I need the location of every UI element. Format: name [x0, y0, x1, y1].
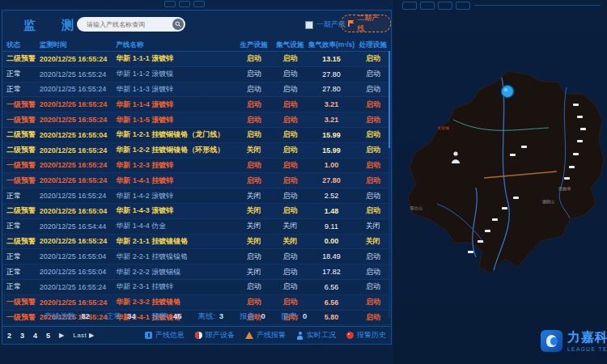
table-row[interactable]: 二级预警2020/12/25 16:55:04华新 1-2-1 挂镀铜镍铬（龙门…: [2, 128, 391, 143]
legend-label: 产线信息: [155, 330, 185, 341]
gantry-marker-icon[interactable]: [580, 128, 586, 130]
table-row[interactable]: 正常2020/12/25 16:54:44华新 1-4-4 仿金关闭关闭9.11…: [2, 219, 391, 235]
cell-gas-efficiency: 13.15: [308, 55, 355, 63]
table-row[interactable]: 一级预警2020/12/25 16:55:24华新 1-4-1 挂镀锌启动启动2…: [2, 173, 391, 188]
map-label: 西丽湖: [558, 186, 571, 192]
table-row[interactable]: 二级预警2020/12/25 16:55:04华新 1-4-3 滚镀锌关闭启动1…: [2, 204, 391, 219]
table-row[interactable]: 正常2020/12/25 16:55:24华新 1-4-2 滚镀锌关闭启动2.5…: [2, 188, 391, 204]
legend-item-limit-device[interactable]: 限产设备: [195, 330, 235, 341]
monitor-panel: 监 测 一期产线 二期产线 状态监测时间产线名称生产设施集气设施集气效率(m³/…: [2, 10, 392, 345]
gantry-marker-icon[interactable]: [521, 146, 527, 148]
cell-gas-efficiency: 9.11: [308, 222, 355, 231]
gantry-marker-icon[interactable]: [577, 140, 583, 142]
cell-treatment-facility: 启动: [354, 115, 391, 125]
gantry-marker-icon[interactable]: [573, 153, 579, 155]
phase1-checkbox[interactable]: 一期产线: [305, 19, 346, 30]
cell-time: 2020/12/25 16:55:24: [40, 70, 116, 78]
gantry-marker-icon[interactable]: [510, 154, 516, 156]
cell-status: 二级预警: [2, 145, 40, 155]
gantry-marker-icon[interactable]: [485, 230, 490, 232]
cell-status: 二级预警: [2, 236, 40, 247]
scrollbar-thumb[interactable]: [388, 51, 390, 148]
phase2-label: 二期产线: [357, 13, 384, 34]
table-row[interactable]: 正常2020/12/25 16:55:24华新 1-1-2 滚镀镍启动启动27.…: [2, 67, 391, 83]
table-row[interactable]: 一级预警2020/12/25 16:55:24华新 1-1-5 滚镀锌启动启动3…: [2, 112, 391, 128]
cell-gas-facility: 启动: [272, 281, 308, 292]
cell-production-facility: 启动: [236, 69, 272, 79]
page-number[interactable]: 5: [46, 332, 50, 340]
cell-line-name: 华新 1-1-5 滚镀锌: [116, 115, 236, 125]
cell-line-name: 华新 1-1-1 滚镀锌: [116, 53, 236, 64]
bottom-bar: 2345▶Last ▶ 产线信息限产设备产线报警实时工况报警历史: [2, 326, 391, 344]
table-row[interactable]: 二级预警2020/12/25 16:55:24华新 1-1-1 滚镀锌启动启动1…: [2, 52, 391, 67]
logo-name: 力嘉科技: [567, 329, 607, 346]
search-icon[interactable]: [172, 19, 184, 30]
last-page-button[interactable]: Last ▶: [73, 332, 95, 339]
table-row[interactable]: 正常2020/12/25 16:55:24华新 1-1-3 滚镀锌启动启动27.…: [2, 83, 391, 98]
table-row[interactable]: 一级预警2020/12/25 16:55:24华新 1-1-4 滚镀锌启动启动3…: [2, 97, 391, 112]
next-page-button[interactable]: ▶: [59, 332, 64, 339]
checkbox-icon[interactable]: [305, 21, 313, 29]
phase2-button[interactable]: 二期产线: [341, 15, 391, 32]
summary-item: 正常: 34: [106, 311, 136, 322]
legend-item-line-info[interactable]: 产线信息: [145, 330, 185, 341]
district-map[interactable]: 大学城西丽湖塘朗山阳台山: [395, 44, 607, 328]
cell-production-facility: 关闭: [236, 145, 272, 155]
cell-status: 一级预警: [2, 115, 40, 125]
legend-item-alarm-history[interactable]: 报警历史: [346, 330, 386, 341]
gantry-marker-icon[interactable]: [502, 207, 507, 210]
cell-time: 2020/12/25 16:55:24: [40, 283, 116, 291]
gantry-marker-icon[interactable]: [513, 197, 519, 199]
table-row[interactable]: 正常2020/12/25 16:55:24华新 2-3-1 挂镀锌启动启动6.5…: [2, 280, 391, 295]
cell-treatment-facility: 启动: [354, 205, 391, 216]
table-row[interactable]: 二级预警2020/12/25 16:55:24华新 2-1-1 挂镀镍镍铬关闭关…: [2, 235, 391, 250]
gantry-marker-icon[interactable]: [468, 251, 473, 253]
cell-gas-facility: 启动: [272, 53, 308, 64]
cell-time: 2020/12/25 16:55:24: [40, 161, 116, 169]
cell-gas-efficiency: 15.99: [308, 131, 355, 139]
logo-icon: [541, 330, 562, 352]
cell-gas-facility: 启动: [272, 297, 308, 307]
gantry-marker-icon[interactable]: [564, 177, 570, 180]
legend-label: 报警历史: [357, 330, 386, 341]
cell-status: 二级预警: [2, 53, 40, 64]
cell-treatment-facility: 启动: [354, 191, 391, 201]
deco-line: [474, 5, 601, 6]
table-row[interactable]: 一级预警2020/12/25 16:55:24华新 1-2-3 挂镀锌启动启动1…: [2, 159, 391, 174]
cell-treatment-facility: 启动: [354, 84, 391, 95]
cell-time: 2020/12/25 16:54:44: [40, 222, 116, 231]
cell-line-name: 华新 1-2-2 挂镀铜镍铬（环形线）: [116, 145, 236, 155]
table-row[interactable]: 正常2020/12/25 16:55:04华新 2-2-2 滚镀锡镍关闭启动17…: [2, 265, 391, 280]
cell-treatment-facility: 关闭: [354, 236, 391, 247]
cell-gas-facility: 启动: [272, 84, 308, 95]
gantry-marker-icon[interactable]: [478, 240, 483, 243]
cell-gas-facility: 启动: [272, 191, 308, 201]
cell-line-name: 华新 1-4-1 挂镀锌: [116, 176, 236, 186]
location-ball-marker[interactable]: [501, 85, 515, 99]
cell-time: 2020/12/25 16:55:04: [40, 268, 116, 276]
gantry-marker-icon[interactable]: [492, 218, 498, 221]
cell-status: 正常: [2, 281, 40, 292]
summary-item: 离线: 3: [198, 311, 224, 322]
cell-time: 2020/12/25 16:55:24: [40, 298, 116, 307]
cell-gas-efficiency: 3.21: [308, 116, 355, 124]
cell-time: 2020/12/25 16:55:04: [40, 252, 116, 260]
page-number[interactable]: 2: [7, 332, 11, 340]
table-row[interactable]: 二级预警2020/12/25 16:55:24华新 1-2-2 挂镀铜镍铬（环形…: [2, 143, 391, 159]
legend-item-realtime-status[interactable]: 实时工况: [296, 330, 336, 341]
cell-line-name: 华新 2-3-1 挂镀锌: [116, 281, 236, 292]
gantry-marker-icon[interactable]: [569, 166, 575, 168]
search-input[interactable]: [85, 20, 172, 29]
page-number[interactable]: 4: [33, 332, 37, 340]
table-row[interactable]: 正常2020/12/25 16:55:04华新 2-2-1 挂镀镍镍铬启动启动1…: [2, 249, 391, 265]
cell-treatment-facility: 启动: [354, 145, 391, 155]
cell-time: 2020/12/25 16:55:24: [40, 100, 116, 108]
gantry-marker-icon[interactable]: [573, 104, 579, 106]
gantry-marker-icon[interactable]: [577, 116, 583, 118]
cell-gas-efficiency: 17.82: [308, 268, 355, 276]
cell-line-name: 华新 1-2-3 挂镀锌: [116, 160, 236, 171]
page-number[interactable]: 3: [20, 332, 24, 340]
cell-production-facility: 关闭: [236, 205, 272, 216]
legend-item-line-alarm[interactable]: 产线报警: [245, 330, 286, 341]
cell-gas-facility: 启动: [272, 115, 308, 125]
